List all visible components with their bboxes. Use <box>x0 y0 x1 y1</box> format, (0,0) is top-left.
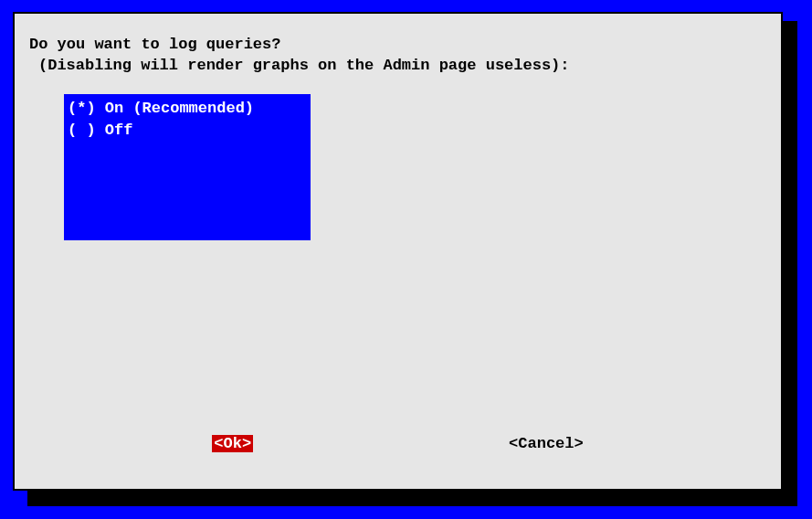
prompt-text-line1: Do you want to log queries? <box>29 36 766 53</box>
option-on[interactable]: (*) On (Recommended) <box>68 98 307 120</box>
radio-options-list: (*) On (Recommended) ( ) Off <box>64 94 311 240</box>
dialog-buttons: <Ok> <Cancel> <box>15 435 781 452</box>
cancel-button[interactable]: <Cancel> <box>509 435 584 452</box>
dialog-box: Do you want to log queries? (Disabling w… <box>13 12 783 491</box>
dialog-content: Do you want to log queries? (Disabling w… <box>15 14 781 255</box>
prompt-text-line2: (Disabling will render graphs on the Adm… <box>38 57 766 74</box>
ok-button[interactable]: <Ok> <box>212 435 253 452</box>
option-off[interactable]: ( ) Off <box>68 120 307 142</box>
